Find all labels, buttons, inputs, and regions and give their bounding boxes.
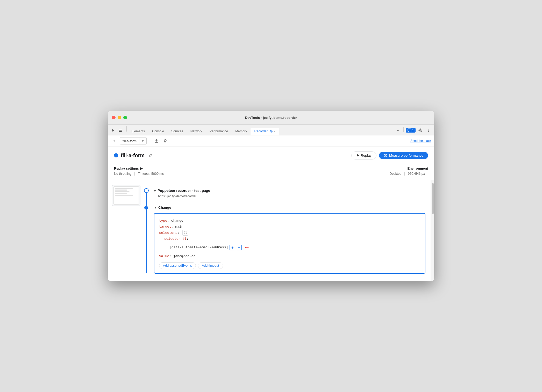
code-value-line: value : jane@doe.co — [159, 253, 420, 259]
traffic-lights — [112, 116, 127, 119]
step1-expand-icon[interactable]: ▶ — [154, 189, 156, 192]
settings-row: Replay settings ▶ No throttling Timeout:… — [108, 162, 434, 180]
cursor-icon-btn[interactable] — [110, 127, 116, 134]
add-asserted-events-btn[interactable]: Add assertedEvents — [159, 262, 196, 269]
env-size: 960×546 px — [405, 172, 428, 176]
step1-more-btn[interactable]: ⋮ — [419, 187, 425, 194]
more-tabs-btn[interactable]: » — [394, 127, 401, 134]
code-selector-val: [data-automate=email-address] — [169, 244, 228, 250]
tab-separator-right — [403, 127, 404, 132]
code-type-line: type : change — [159, 218, 420, 224]
scrollbar[interactable] — [431, 180, 434, 281]
send-feedback-link[interactable]: Send feedback — [410, 139, 431, 143]
code-type-key: type — [159, 218, 167, 224]
env-title: Environment — [389, 166, 428, 170]
delete-recording-btn[interactable] — [162, 137, 169, 144]
settings-right: Environment Desktop 960×546 px — [389, 166, 428, 176]
title-bar: DevTools - jec.fyi/demo/recorder — [108, 111, 434, 125]
step-dot-2 — [144, 206, 148, 209]
recording-status-dot — [114, 153, 118, 157]
code-actions: Add assertedEvents Add timeout — [159, 262, 420, 269]
step2-collapse-icon[interactable]: ▼ — [154, 206, 157, 209]
step-dot-1 — [144, 188, 149, 193]
step-navigate: ▶ Puppeteer recorder - test page ⋮ https… — [141, 184, 431, 201]
code-target-val: main — [175, 224, 183, 230]
tab-memory[interactable]: Memory — [232, 128, 251, 135]
settings-left: Replay settings ▶ No throttling Timeout:… — [114, 166, 167, 176]
edit-title-btn[interactable] — [147, 152, 154, 159]
recording-title: fill-a-form — [121, 153, 145, 158]
code-type-val: change — [171, 218, 183, 224]
devtools-window: DevTools - jec.fyi/demo/recorder Element… — [108, 111, 434, 281]
step1-url: https://jec.fyi/demo/recorder — [158, 194, 425, 198]
tab-network[interactable]: Network — [187, 128, 206, 135]
env-values: Desktop 960×546 px — [389, 172, 428, 176]
code-selectors-line: selectors : — [159, 230, 420, 236]
thumbnail-col — [108, 180, 141, 281]
step1-header: ▶ Puppeteer recorder - test page ⋮ — [154, 187, 425, 194]
recording-dropdown-btn[interactable]: ▾ — [139, 137, 146, 144]
window-title: DevTools - jec.fyi/demo/recorder — [245, 116, 297, 120]
code-selectors-key: selectors — [159, 230, 177, 236]
chat-badge[interactable]: 1 — [406, 128, 416, 133]
main-content: ▶ Puppeteer recorder - test page ⋮ https… — [108, 180, 434, 281]
step-change: ▼ Change ⋮ type : change target — [141, 203, 431, 275]
tab-console[interactable]: Console — [148, 128, 168, 135]
tab-sources[interactable]: Sources — [168, 128, 187, 135]
code-block: type : change target : main selectors : — [154, 213, 425, 274]
step2-title: Change — [158, 206, 171, 209]
settings-values: No throttling Timeout: 5000 ms — [114, 172, 167, 176]
recorder-tab-close[interactable]: × — [274, 130, 275, 133]
throttling-value: No throttling — [114, 172, 135, 176]
minimize-button[interactable] — [118, 116, 121, 119]
replay-btn[interactable]: Replay — [351, 151, 376, 159]
svg-rect-2 — [119, 131, 122, 132]
layers-icon-btn[interactable] — [117, 127, 123, 134]
close-button[interactable] — [112, 116, 116, 119]
tab-elements[interactable]: Elements — [128, 128, 148, 135]
add-timeout-btn[interactable]: Add timeout — [198, 262, 223, 269]
more-options-btn[interactable]: ⋮ — [425, 127, 432, 134]
selector-type-btn[interactable] — [182, 230, 188, 236]
tabs-bar: Elements Console Sources Network Perform… — [108, 125, 434, 135]
recording-title-area: fill-a-form — [114, 152, 351, 159]
code-selector-num-key: selector #1 — [164, 236, 187, 242]
remove-selector-btn[interactable]: − — [236, 245, 242, 250]
step2-header: ▼ Change ⋮ — [154, 204, 425, 211]
thumb-line-3 — [115, 191, 130, 192]
add-recording-btn[interactable]: + — [111, 137, 118, 144]
red-arrow-icon: ← — [245, 242, 248, 253]
step2-more-btn[interactable]: ⋮ — [419, 204, 425, 211]
header-actions: Replay Measure performance — [351, 151, 428, 159]
svg-point-4 — [271, 131, 272, 132]
thumb-line-2 — [115, 190, 127, 191]
scrollbar-thumb[interactable] — [432, 183, 434, 214]
toolbar-sep1 — [150, 138, 150, 143]
svg-rect-5 — [408, 129, 411, 131]
step1-title: Puppeteer recorder - test page — [158, 188, 210, 193]
steps-col: ▶ Puppeteer recorder - test page ⋮ https… — [141, 180, 431, 281]
timeline-area: ▶ Puppeteer recorder - test page ⋮ https… — [108, 180, 434, 281]
code-selector-val-line: [data-automate=email-address] + − ← — [159, 242, 420, 253]
tab-recorder[interactable]: Recorder × — [251, 128, 279, 135]
svg-rect-1 — [119, 130, 122, 131]
toolbar: + fill-a-form ▾ Send feedback — [108, 135, 434, 147]
env-type: Desktop — [389, 172, 405, 176]
add-selector-btn[interactable]: + — [230, 245, 235, 250]
tab-performance[interactable]: Performance — [206, 128, 232, 135]
thumb-line-5 — [115, 195, 133, 196]
maximize-button[interactable] — [123, 116, 127, 119]
export-recording-btn[interactable] — [153, 137, 160, 144]
code-target-line: target : main — [159, 224, 420, 230]
settings-title[interactable]: Replay settings ▶ — [114, 166, 167, 170]
thumb-line-1 — [115, 188, 133, 189]
thumb-line-4 — [115, 193, 127, 194]
step-thumbnail — [112, 185, 140, 206]
svg-point-6 — [420, 129, 421, 131]
measure-performance-btn[interactable]: Measure performance — [379, 152, 428, 159]
settings-gear-btn[interactable] — [417, 127, 424, 134]
tab-separator-left — [126, 126, 127, 132]
header-section: fill-a-form Replay Measure performance — [108, 147, 434, 162]
thumbnail-content — [113, 186, 139, 205]
code-target-key: target — [159, 224, 171, 230]
